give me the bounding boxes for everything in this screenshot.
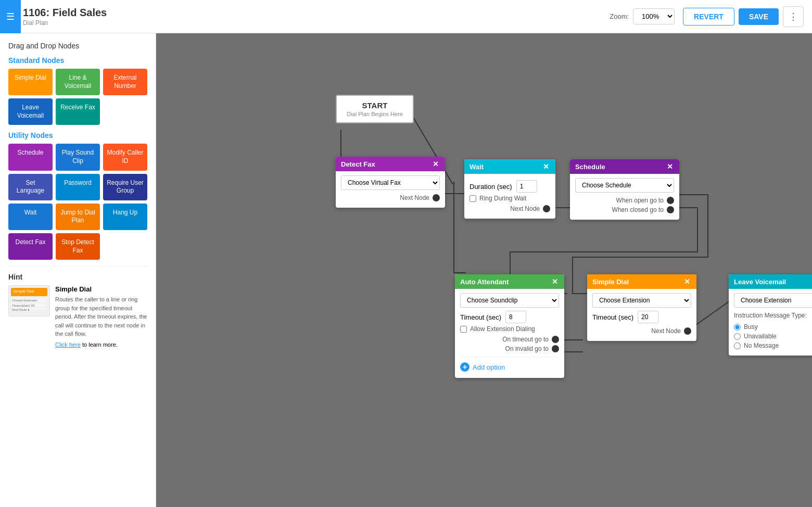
wait-ring-label[interactable]: Ring During Wait	[470, 195, 550, 202]
canvas[interactable]: START Dial Plan Begins Here Detect Fax ✕…	[156, 33, 812, 507]
hamburger-button[interactable]: ☰	[0, 0, 21, 33]
detect-fax-next-node-row: Next Node	[341, 194, 440, 201]
auto-attendant-title: Auto Attendant	[460, 278, 509, 286]
wait-ring-text: Ring During Wait	[479, 195, 526, 202]
hamburger-icon: ☰	[6, 11, 15, 22]
node-schedule[interactable]: Schedule	[8, 144, 53, 170]
detect-fax-close-button[interactable]: ✕	[432, 160, 440, 168]
node-hang-up[interactable]: Hang Up	[103, 204, 147, 230]
radio-busy-label[interactable]: Busy	[734, 323, 812, 331]
simple-dial-next-label: Next Node	[651, 327, 681, 335]
schedule-node: Schedule ✕ Choose Schedule When open go …	[570, 159, 679, 220]
header-title-group: 1106: Field Sales Dial Plan	[23, 7, 107, 27]
radio-no-message-text: No Message	[744, 342, 779, 349]
radio-unavailable[interactable]	[734, 333, 741, 340]
node-set-language[interactable]: Set Language	[8, 174, 53, 200]
detect-fax-body: Choose Virtual Fax Next Node	[336, 171, 445, 208]
simple-dial-close-button[interactable]: ✕	[683, 277, 691, 286]
wait-ring-checkbox[interactable]	[470, 195, 476, 202]
schedule-title: Schedule	[575, 163, 605, 171]
utility-nodes-grid: Schedule Play Sound Clip Modify Caller I…	[8, 144, 147, 260]
node-wait[interactable]: Wait	[8, 204, 53, 230]
schedule-close-button[interactable]: ✕	[666, 162, 674, 171]
revert-button[interactable]: REVERT	[683, 8, 734, 26]
hint-thumb-row2: Timeout(sec) 20	[11, 303, 47, 307]
node-play-sound-clip[interactable]: Play Sound Clip	[56, 144, 100, 170]
auto-attendant-invalid-connector	[552, 345, 559, 352]
header: ☰ 1106: Field Sales Dial Plan Zoom: 100%…	[0, 0, 812, 33]
hint-thumb-row1: Choose Extension	[11, 298, 47, 302]
schedule-dropdown[interactable]: Choose Schedule	[575, 178, 674, 193]
detect-fax-header: Detect Fax ✕	[336, 157, 445, 171]
node-detect-fax[interactable]: Detect Fax	[8, 233, 53, 260]
simple-dial-header: Simple Dial ✕	[587, 274, 696, 289]
hint-link-row: Click here to learn more.	[55, 341, 147, 348]
auto-attendant-add-row: + Add option	[460, 357, 559, 374]
auto-attendant-timeout-connector	[552, 336, 559, 343]
utility-nodes-title: Utility Nodes	[8, 131, 147, 140]
more-options-button[interactable]: ⋮	[783, 6, 804, 27]
wait-header: Wait ✕	[464, 159, 555, 174]
hint-description: Routes the caller to a line or ring grou…	[55, 295, 147, 338]
wait-node: Wait ✕ Duration (sec) Ring During Wait N…	[464, 159, 555, 219]
start-title: START	[345, 101, 404, 110]
hint-title: Hint	[8, 273, 147, 281]
radio-busy[interactable]	[734, 324, 741, 331]
save-button[interactable]: SAVE	[739, 8, 779, 25]
hint-thumb-row3: Next Node ●	[11, 308, 47, 311]
auto-attendant-soundclip-dropdown[interactable]: Choose Soundclip	[460, 293, 559, 308]
simple-dial-title: Simple Dial	[592, 278, 629, 286]
simple-dial-next-node-row: Next Node	[592, 327, 691, 335]
simple-dial-extension-dropdown[interactable]: Choose Extension	[592, 293, 691, 308]
node-external-number[interactable]: External Number	[103, 69, 147, 95]
leave-voicemail-title: Leave Voicemail	[734, 278, 786, 286]
hint-learn-more-link[interactable]: Click here	[55, 341, 81, 348]
radio-no-message-label[interactable]: No Message	[734, 342, 812, 349]
hint-node-title: Simple Dial	[55, 285, 147, 293]
standard-nodes-grid: Simple Dial Line & Voicemail External Nu…	[8, 69, 147, 125]
node-receive-fax[interactable]: Receive Fax	[56, 98, 100, 125]
schedule-open-connector	[667, 197, 674, 204]
simple-dial-timeout-input[interactable]	[638, 311, 658, 323]
schedule-closed-label: When closed go to	[612, 206, 664, 213]
svg-line-5	[692, 299, 733, 327]
detect-fax-title: Detect Fax	[341, 160, 375, 168]
add-option-button[interactable]: + Add option	[460, 360, 505, 374]
node-require-user-group[interactable]: Require User Group	[103, 174, 147, 200]
auto-attendant-timeout-row: Timeout (sec)	[460, 311, 559, 323]
node-leave-voicemail[interactable]: Leave Voicemail	[8, 98, 53, 125]
wait-title: Wait	[470, 163, 484, 171]
auto-attendant-timeout-input[interactable]	[505, 311, 526, 323]
wait-duration-row: Duration (sec)	[470, 180, 550, 193]
radio-unavailable-label[interactable]: Unavailable	[734, 333, 812, 340]
add-option-label: Add option	[473, 363, 505, 371]
auto-attendant-extension-text: Allow Extension Dialing	[470, 325, 535, 333]
node-password[interactable]: Password	[56, 174, 100, 200]
zoom-select[interactable]: 100% 75% 125% 150%	[633, 8, 675, 24]
wait-ring-row: Ring During Wait	[470, 195, 550, 202]
wait-connector-dot	[543, 205, 550, 212]
auto-attendant-close-button[interactable]: ✕	[551, 277, 559, 286]
node-jump-to-dial-plan[interactable]: Jump to Dial Plan	[56, 204, 100, 230]
radio-busy-text: Busy	[744, 323, 758, 331]
node-modify-caller-id[interactable]: Modify Caller ID	[103, 144, 147, 170]
schedule-open-label: When open go to	[616, 197, 664, 204]
auto-attendant-header: Auto Attendant ✕	[455, 274, 564, 289]
wait-duration-input[interactable]	[516, 180, 537, 193]
auto-attendant-timeout-connector-row: On timeout go to	[460, 336, 559, 343]
node-simple-dial[interactable]: Simple Dial	[8, 69, 53, 95]
detect-fax-dropdown[interactable]: Choose Virtual Fax	[341, 175, 440, 190]
node-line-voicemail[interactable]: Line & Voicemail	[56, 69, 100, 95]
hint-link-suffix: to learn more.	[81, 341, 118, 348]
node-stop-detect-fax[interactable]: Stop Detect Fax	[56, 233, 100, 260]
wait-next-label: Next Node	[510, 205, 540, 212]
radio-no-message[interactable]	[734, 343, 741, 349]
auto-attendant-extension-checkbox[interactable]	[460, 326, 467, 333]
simple-dial-node: Simple Dial ✕ Choose Extension Timeout (…	[587, 274, 696, 341]
wait-close-button[interactable]: ✕	[542, 162, 550, 171]
leave-voicemail-node: Leave Voicemail ✕ Choose Extension Instr…	[729, 274, 812, 356]
auto-attendant-extension-label[interactable]: Allow Extension Dialing	[460, 325, 559, 333]
hint-thumbnail: Simple Dial Choose Extension Timeout(sec…	[8, 285, 50, 316]
leave-voicemail-extension-dropdown[interactable]: Choose Extension	[734, 293, 812, 308]
leave-voicemail-header: Leave Voicemail ✕	[729, 274, 812, 289]
